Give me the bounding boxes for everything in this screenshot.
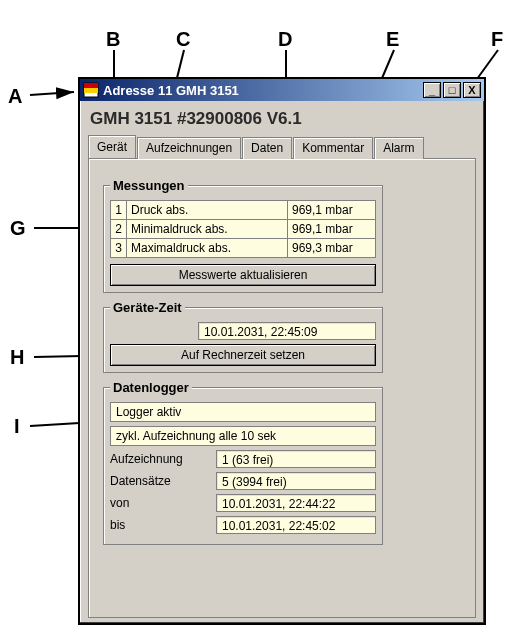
svg-line-0	[30, 92, 74, 95]
meas-name: Minimaldruck abs.	[127, 220, 288, 239]
device-time-value: 10.01.2031, 22:45:09	[198, 322, 376, 340]
group-title-datenlogger: Datenlogger	[110, 380, 192, 395]
von-value: 10.01.2031, 22:44:22	[216, 494, 376, 512]
minimize-button[interactable]: _	[423, 82, 441, 98]
logger-mode: zykl. Aufzeichnung alle 10 sek	[110, 426, 376, 446]
meas-name: Druck abs.	[127, 201, 288, 220]
group-messungen: Messungen 1 Druck abs. 969,1 mbar 2 Mini…	[103, 185, 383, 293]
von-label: von	[110, 496, 210, 510]
datensaetze-value: 5 (3994 frei)	[216, 472, 376, 490]
datensaetze-label: Datensätze	[110, 474, 210, 488]
group-datenlogger: Datenlogger Logger aktiv zykl. Aufzeichn…	[103, 387, 383, 545]
table-row: 1 Druck abs. 969,1 mbar	[111, 201, 376, 220]
svg-rect-10	[84, 83, 98, 88]
device-header: GMH 3151 #32900806 V6.1	[90, 109, 476, 129]
tab-panel-geraet: Messungen 1 Druck abs. 969,1 mbar 2 Mini…	[88, 158, 476, 618]
meas-idx: 2	[111, 220, 127, 239]
group-geraete-zeit: Geräte-Zeit 10.01.2031, 22:45:09 Auf Rec…	[103, 307, 383, 373]
bis-label: bis	[110, 518, 210, 532]
table-row: 3 Maximaldruck abs. 969,3 mbar	[111, 239, 376, 258]
tabstrip: Gerät Aufzeichnungen Daten Kommentar Ala…	[88, 135, 476, 158]
meas-name: Maximaldruck abs.	[127, 239, 288, 258]
tab-daten[interactable]: Daten	[242, 137, 292, 159]
maximize-button[interactable]: □	[443, 82, 461, 98]
meas-value: 969,3 mbar	[288, 239, 376, 258]
tab-aufzeichnungen[interactable]: Aufzeichnungen	[137, 137, 241, 159]
close-button[interactable]: X	[463, 82, 481, 98]
group-title-geraete-zeit: Geräte-Zeit	[110, 300, 185, 315]
meas-idx: 1	[111, 201, 127, 220]
tab-geraet[interactable]: Gerät	[88, 135, 136, 158]
titlebar[interactable]: Adresse 11 GMH 3151 _ □ X	[80, 79, 484, 101]
table-row: 2 Minimaldruck abs. 969,1 mbar	[111, 220, 376, 239]
messungen-table: 1 Druck abs. 969,1 mbar 2 Minimaldruck a…	[110, 200, 376, 258]
svg-rect-11	[84, 88, 98, 93]
aufzeichnung-label: Aufzeichnung	[110, 452, 210, 466]
aufzeichnung-value: 1 (63 frei)	[216, 450, 376, 468]
bis-value: 10.01.2031, 22:45:02	[216, 516, 376, 534]
device-window: Adresse 11 GMH 3151 _ □ X GMH 3151 #3290…	[78, 77, 486, 625]
update-measurements-button[interactable]: Messwerte aktualisieren	[110, 264, 376, 286]
tab-alarm[interactable]: Alarm	[374, 137, 423, 159]
meas-value: 969,1 mbar	[288, 220, 376, 239]
meas-value: 969,1 mbar	[288, 201, 376, 220]
set-pc-time-button[interactable]: Auf Rechnerzeit setzen	[110, 344, 376, 366]
tab-kommentar[interactable]: Kommentar	[293, 137, 373, 159]
meas-idx: 3	[111, 239, 127, 258]
window-icon	[83, 82, 99, 98]
group-title-messungen: Messungen	[110, 178, 188, 193]
logger-status: Logger aktiv	[110, 402, 376, 422]
window-title: Adresse 11 GMH 3151	[103, 83, 423, 98]
